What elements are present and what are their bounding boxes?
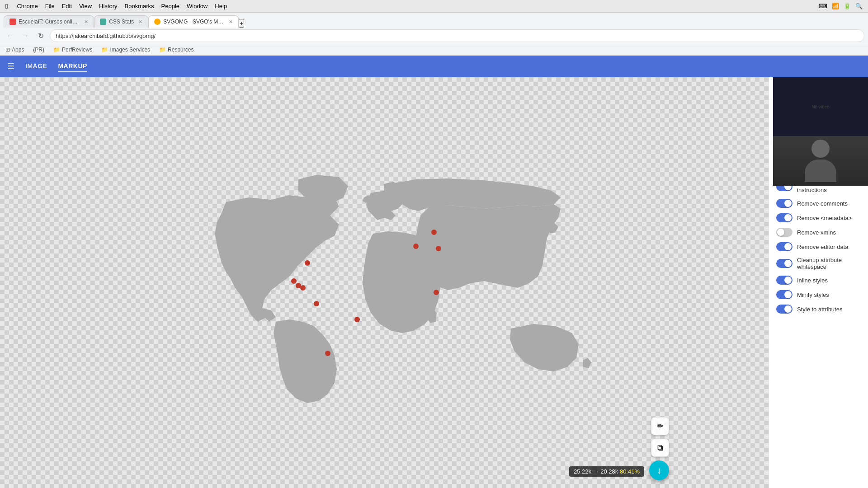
nav-markup[interactable]: MARKUP bbox=[58, 61, 87, 72]
minify-styles-toggle[interactable] bbox=[776, 290, 793, 299]
svg-point-7 bbox=[413, 244, 419, 249]
svg-point-5 bbox=[354, 317, 360, 322]
close-tab-svgomg[interactable]: ✕ bbox=[229, 19, 233, 25]
menu-view[interactable]: View bbox=[79, 3, 92, 9]
inline-styles-toggle[interactable] bbox=[776, 276, 793, 285]
remove-metadata-toggle[interactable] bbox=[776, 213, 793, 222]
forward-button[interactable]: → bbox=[19, 29, 32, 42]
favicon-escuelait bbox=[9, 19, 16, 25]
folder-icon-perfreviews: 📁 bbox=[53, 47, 60, 53]
stats-original: 25.22k bbox=[574, 468, 591, 475]
bookmark-images-label: Images Services bbox=[110, 47, 150, 53]
remove-editor-data-label: Remove editor data bbox=[797, 244, 861, 250]
chrome-frame: EscuelaIT: Cursos online de D... ✕ CSS S… bbox=[0, 13, 868, 56]
menu-chrome[interactable]: Chrome bbox=[17, 3, 38, 9]
menu-history[interactable]: History bbox=[99, 3, 117, 9]
tab-cssstats[interactable]: CSS Stats ✕ bbox=[94, 15, 148, 28]
tab-escuelait[interactable]: EscuelaIT: Cursos online de D... ✕ bbox=[4, 15, 94, 28]
apple-logo:  bbox=[5, 2, 8, 10]
stats-optimized: 20.28k bbox=[600, 468, 618, 475]
style-to-attributes-row: Style to attributes bbox=[769, 302, 868, 316]
minify-styles-label: Minify styles bbox=[797, 291, 861, 298]
bookmark-apps-label: Apps bbox=[12, 47, 24, 53]
remove-metadata-row: Remove <metadata> bbox=[769, 211, 868, 225]
cleanup-attr-whitespace-label: Cleanup attribute whitespace bbox=[797, 257, 861, 270]
edit-svg-button[interactable]: ✏ bbox=[651, 417, 669, 435]
svg-point-4 bbox=[314, 301, 319, 306]
favicon-cssstats bbox=[100, 19, 106, 25]
world-map bbox=[167, 166, 601, 410]
mac-status-icons: ⌨📶🔋🔍 bbox=[819, 3, 863, 9]
bookmark-resources-label: Resources bbox=[168, 47, 193, 53]
bookmark-perfreviews-label: PerfReviews bbox=[62, 47, 92, 53]
cleanup-attr-whitespace-toggle[interactable] bbox=[776, 259, 793, 268]
folder-icon-resources: 📁 bbox=[159, 47, 166, 53]
close-tab-cssstats[interactable]: ✕ bbox=[138, 19, 142, 25]
stats-percent: 80.41% bbox=[620, 468, 640, 475]
favicon-svgomg bbox=[154, 19, 160, 25]
svg-point-1 bbox=[291, 278, 297, 284]
menu-window[interactable]: Window bbox=[187, 3, 208, 9]
video-feed: No video bbox=[773, 77, 868, 186]
bookmark-apps-icon: ⊞ bbox=[5, 47, 10, 53]
video-top-feed: No video bbox=[773, 77, 868, 136]
mac-menubar:  Chrome File Edit View History Bookmark… bbox=[0, 0, 868, 13]
bookmark-images[interactable]: 📁 Images Services bbox=[99, 46, 152, 54]
menu-bookmarks[interactable]: Bookmarks bbox=[125, 3, 154, 9]
bookmark-perfreviews[interactable]: 📁 PerfReviews bbox=[52, 46, 94, 54]
url-text: https://jakearchibald.github.io/svgomg/ bbox=[56, 33, 156, 39]
minify-styles-row: Minify styles bbox=[769, 287, 868, 302]
tab-title-cssstats: CSS Stats bbox=[109, 19, 134, 25]
remove-xmlns-row: Remove xmlns bbox=[769, 225, 868, 239]
svg-point-0 bbox=[305, 260, 310, 266]
address-bar[interactable]: https://jakearchibald.github.io/svgomg/ bbox=[50, 29, 864, 42]
tab-svgomg[interactable]: SVGOMG - SVGO's Missing G... ✕ bbox=[148, 15, 239, 28]
style-to-attributes-label: Style to attributes bbox=[797, 306, 861, 313]
style-to-attributes-toggle[interactable] bbox=[776, 305, 793, 314]
remove-metadata-label: Remove <metadata> bbox=[797, 215, 861, 221]
new-tab-button[interactable]: + bbox=[239, 19, 244, 28]
svg-canvas: ✏ ⧉ ↓ 25.22k → 20.28k 80.41% bbox=[0, 77, 769, 488]
remove-editor-data-toggle[interactable] bbox=[776, 242, 793, 251]
copy-svg-button[interactable]: ⧉ bbox=[651, 439, 669, 457]
bookmarks-bar: ⊞ Apps (PR) 📁 PerfReviews 📁 Images Servi… bbox=[0, 44, 868, 55]
refresh-button[interactable]: ↻ bbox=[34, 29, 47, 42]
tab-title-escuelait: EscuelaIT: Cursos online de D... bbox=[19, 19, 80, 25]
close-tab-escuelait[interactable]: ✕ bbox=[84, 19, 88, 25]
back-button[interactable]: ← bbox=[4, 29, 16, 42]
menu-help[interactable]: Help bbox=[215, 3, 227, 9]
folder-icon-images: 📁 bbox=[101, 47, 108, 53]
remove-comments-label: Remove comments bbox=[797, 200, 861, 207]
download-button[interactable]: ↓ bbox=[649, 460, 669, 480]
remove-comments-row: Remove comments bbox=[769, 196, 868, 211]
remove-xmlns-toggle[interactable] bbox=[776, 228, 793, 237]
bookmark-pr-label: (PR) bbox=[33, 47, 44, 53]
stats-arrow: → bbox=[593, 468, 601, 475]
remove-editor-data-row: Remove editor data bbox=[769, 239, 868, 254]
person-video bbox=[773, 136, 868, 186]
remove-comments-toggle[interactable] bbox=[776, 199, 793, 208]
fab-container: ✏ ⧉ ↓ bbox=[649, 417, 669, 480]
menu-people[interactable]: People bbox=[161, 3, 179, 9]
cleanup-attr-whitespace-row: Cleanup attribute whitespace bbox=[769, 254, 868, 273]
stats-badge: 25.22k → 20.28k 80.41% bbox=[569, 466, 644, 477]
svg-point-6 bbox=[325, 351, 330, 356]
svg-point-10 bbox=[434, 290, 439, 295]
world-map-svg bbox=[167, 166, 601, 410]
inline-styles-label: Inline styles bbox=[797, 277, 861, 284]
app-nav: IMAGE MARKUP bbox=[25, 61, 87, 72]
hamburger-menu[interactable]: ☰ bbox=[7, 61, 14, 71]
remove-xmlns-label: Remove xmlns bbox=[797, 229, 861, 236]
app-header: ☰ IMAGE MARKUP bbox=[0, 56, 868, 77]
inline-styles-row: Inline styles bbox=[769, 273, 868, 287]
bookmark-resources[interactable]: 📁 Resources bbox=[157, 46, 195, 54]
menu-edit[interactable]: Edit bbox=[62, 3, 72, 9]
bookmark-apps[interactable]: ⊞ Apps bbox=[4, 46, 26, 54]
svg-point-3 bbox=[300, 285, 306, 291]
video-bottom-feed bbox=[773, 136, 868, 186]
menu-file[interactable]: File bbox=[45, 3, 55, 9]
bookmark-pr[interactable]: (PR) bbox=[31, 46, 46, 54]
person-silhouette bbox=[805, 140, 836, 182]
nav-image[interactable]: IMAGE bbox=[25, 61, 47, 72]
video-placeholder-top: No video bbox=[811, 104, 829, 109]
